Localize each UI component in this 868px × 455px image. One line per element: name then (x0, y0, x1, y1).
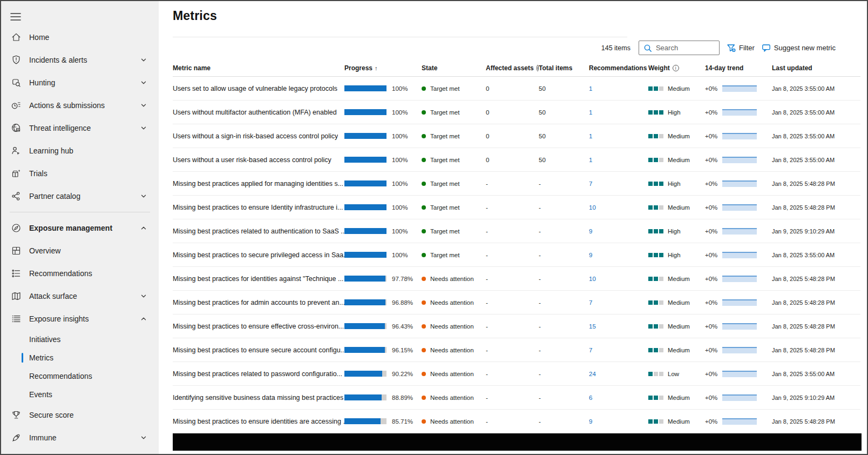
last-updated-value: Jan 9, 2025 9:10:29 AM (772, 228, 835, 235)
table-row[interactable]: Missing best practices applied for manag… (173, 172, 860, 196)
sidebar-item-immune[interactable]: Immune (1, 426, 159, 449)
table-header-row: Metric nameProgress↑StateAffected assets… (173, 59, 860, 77)
recommendations-link[interactable]: 7 (589, 180, 592, 187)
recommendations-link[interactable]: 24 (589, 371, 596, 377)
progress-cell: 100% (344, 157, 422, 163)
state-dot (422, 396, 426, 400)
weight-square (648, 419, 653, 424)
sidebar-item-attack-surface[interactable]: Attack surface (1, 285, 159, 307)
weight-square (648, 205, 653, 210)
sidebar-item-label: Home (29, 33, 49, 42)
column-header-weight[interactable]: Weighti (648, 64, 705, 72)
sidebar-item-exposure-insights[interactable]: Exposure insights (1, 307, 159, 330)
sidebar-item-incidents-alerts[interactable]: Incidents & alerts (1, 49, 159, 71)
recommendations-link[interactable]: 1 (589, 85, 592, 92)
chevron-down-icon (140, 57, 147, 63)
table-row[interactable]: Missing best practices for admin account… (173, 291, 860, 315)
table-row[interactable]: Missing best practices related to authen… (173, 219, 860, 243)
recommendations-link[interactable]: 9 (589, 228, 592, 235)
progress-value: 90.22% (392, 371, 413, 377)
state-label: Target met (430, 228, 459, 235)
suggest-new-metric-button[interactable]: Suggest new metric (762, 43, 836, 52)
search-input[interactable] (656, 44, 715, 52)
column-header-metric-name[interactable]: Metric name (173, 64, 344, 72)
sidebar-item-recommendations[interactable]: Recommendations (1, 262, 159, 285)
affected-assets-cell: - (486, 252, 539, 258)
table-row[interactable]: Missing best practices for identities ag… (173, 267, 860, 291)
affected-assets-cell: 0 (486, 157, 539, 163)
recommendations-link[interactable]: 10 (589, 204, 596, 211)
recommendations-link[interactable]: 1 (589, 157, 592, 163)
column-header-progress[interactable]: Progress↑ (344, 64, 422, 72)
search-box[interactable] (639, 41, 720, 55)
info-icon[interactable]: i (673, 65, 679, 71)
sidebar-item-overview[interactable]: Overview (1, 239, 159, 262)
recommendations-link[interactable]: 7 (589, 299, 592, 306)
recommendations-cell: 1 (589, 109, 648, 116)
recommendations-link[interactable]: 9 (589, 252, 592, 258)
recommendations-link[interactable]: 1 (589, 133, 592, 139)
metric-name-cell: Missing best practices to secure privile… (173, 251, 344, 259)
trend-cell: +0% (705, 418, 772, 425)
progress-bar (344, 276, 386, 282)
weight-square (659, 419, 663, 424)
sidebar-item-learning-hub[interactable]: Learning hub (1, 139, 159, 162)
progress-cell: 96.15% (344, 347, 422, 353)
total-items-cell: - (539, 418, 589, 425)
sidebar-item-trials[interactable]: Trials (1, 162, 159, 185)
sidebar-item-metrics[interactable]: Metrics (1, 349, 159, 367)
weight-label: Medium (668, 133, 690, 139)
table-row[interactable]: Missing best practices to secure privile… (173, 243, 860, 267)
weight-square (648, 158, 653, 162)
sidebar-item-hunting[interactable]: Hunting (1, 71, 159, 94)
table-row[interactable]: Missing best practices to ensure Identit… (173, 196, 860, 219)
recommendations-link[interactable]: 1 (589, 109, 592, 116)
table-row[interactable]: Users without a sign-in risk-based acces… (173, 124, 860, 148)
sidebar-item-threat-intelligence[interactable]: Threat intelligence (1, 117, 159, 139)
metric-name: Missing best practices for identities ag… (173, 275, 343, 283)
sidebar-item-actions-submissions[interactable]: Actions & submissions (1, 94, 159, 117)
sidebar-divider (10, 212, 150, 212)
sidebar-item-partner-catalog[interactable]: Partner catalog (1, 185, 159, 208)
column-header-state[interactable]: State (422, 64, 486, 72)
title-divider (173, 37, 627, 37)
column-header-14-day-trend[interactable]: 14-day trend (705, 64, 772, 72)
trend-value: +0% (705, 252, 717, 258)
table-row[interactable]: Missing best practices related to passwo… (173, 362, 860, 386)
recommendations-cell: 7 (589, 299, 648, 306)
table-row[interactable]: Identifying sensitive business data miss… (173, 386, 860, 410)
metric-name: Users set to allow usage of vulnerable l… (173, 85, 337, 92)
sidebar-item-initiatives[interactable]: Initiatives (1, 330, 159, 349)
state-dot (422, 324, 426, 329)
sidebar-item-events[interactable]: Events (1, 385, 159, 404)
state-label: Needs attention (430, 276, 474, 282)
table-row[interactable]: Users without multifactor authentication… (173, 101, 860, 124)
recommendations-cell: 9 (589, 418, 648, 425)
sidebar-item-recommendations[interactable]: Recommendations (1, 367, 159, 385)
column-header-affected-assets[interactable]: Affected assetsi (486, 64, 539, 72)
recommendations-link[interactable]: 15 (589, 323, 596, 330)
recommendations-link[interactable]: 10 (589, 276, 596, 282)
sidebar-item-home[interactable]: Home (1, 26, 159, 49)
hamburger-menu-button[interactable] (1, 5, 21, 26)
sidebar: HomeIncidents & alertsHuntingActions & s… (1, 1, 159, 454)
column-header-total-items[interactable]: Total items (539, 64, 589, 72)
filter-button[interactable]: Filter (727, 43, 755, 52)
table-row[interactable]: Users set to allow usage of vulnerable l… (173, 77, 860, 101)
sidebar-item-label: Actions & submissions (29, 101, 105, 110)
recommendations-link[interactable]: 9 (589, 418, 592, 425)
sidebar-item-exposure-management[interactable]: Exposure management (1, 217, 159, 239)
weight-square (648, 86, 653, 91)
column-header-recommendations[interactable]: Recommendations (589, 64, 648, 72)
metric-name: Identifying sensitive business data miss… (173, 394, 343, 402)
progress-bar (344, 323, 386, 329)
table-row[interactable]: Missing best practices to ensure secure … (173, 338, 860, 362)
column-header-last-updated[interactable]: Last updated (772, 64, 860, 72)
state-dot (422, 419, 426, 424)
recommendations-link[interactable]: 6 (589, 394, 592, 401)
table-row[interactable]: Users without a user risk-based access c… (173, 148, 860, 172)
recommendations-link[interactable]: 7 (589, 347, 592, 353)
table-row[interactable]: Missing best practices to ensure effecti… (173, 315, 860, 338)
table-row[interactable]: Missing best practices to ensure identit… (173, 410, 860, 433)
sidebar-item-secure-score[interactable]: Secure score (1, 404, 159, 426)
